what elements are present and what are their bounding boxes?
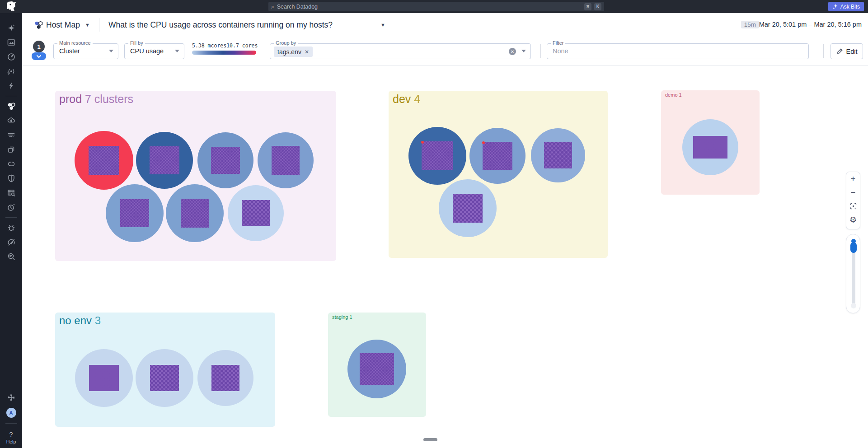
apm-icon[interactable] bbox=[0, 79, 22, 93]
ask-bits-label: Ask Bits bbox=[840, 4, 860, 10]
search-placeholder: Search Datadog bbox=[277, 4, 582, 10]
horizontal-scrollbar[interactable] bbox=[423, 438, 437, 441]
cluster-circle[interactable] bbox=[136, 349, 193, 407]
container-hexagon-block[interactable] bbox=[211, 147, 240, 174]
container-hexagon-block[interactable] bbox=[272, 146, 300, 175]
container-hexagon-block[interactable] bbox=[120, 199, 149, 227]
cluster-circle[interactable] bbox=[469, 128, 525, 184]
service-level-objectives-icon[interactable] bbox=[0, 235, 22, 249]
container-hexagon-block[interactable] bbox=[150, 365, 179, 391]
sidebar-divider bbox=[5, 96, 17, 96]
cluster-circle[interactable] bbox=[136, 132, 193, 189]
slider-thumb[interactable] bbox=[850, 242, 857, 253]
container-hexagon-block[interactable] bbox=[242, 200, 270, 226]
cluster-circle[interactable] bbox=[347, 340, 406, 398]
sidebar-bottom: A ? Help bbox=[0, 390, 22, 448]
help-label[interactable]: Help bbox=[6, 439, 16, 444]
zoom-in-button[interactable]: + bbox=[846, 172, 860, 186]
cluster-circle[interactable] bbox=[75, 349, 133, 407]
sparkle-icon bbox=[832, 4, 838, 9]
left-nav-sidebar bbox=[0, 13, 22, 448]
datadog-logo-icon[interactable] bbox=[5, 1, 18, 13]
monitors-icon[interactable] bbox=[0, 50, 22, 64]
container-hexagon-block[interactable] bbox=[211, 365, 239, 391]
cluster-circle[interactable] bbox=[439, 179, 497, 237]
log-pipelines-icon[interactable] bbox=[0, 128, 22, 142]
k-keycap: K bbox=[594, 3, 601, 10]
user-avatar[interactable]: A bbox=[6, 408, 16, 418]
container-hexagon-block[interactable] bbox=[181, 199, 209, 228]
map-zoom-slider bbox=[846, 234, 860, 313]
env-group-title: no env 3 bbox=[59, 314, 101, 327]
api-management-icon[interactable] bbox=[0, 157, 22, 171]
watchdog-icon[interactable] bbox=[0, 64, 22, 79]
map-zoom-panel: + − ⚙ bbox=[846, 172, 860, 229]
security-icon[interactable] bbox=[0, 171, 22, 186]
cluster-circle[interactable] bbox=[408, 127, 466, 185]
audit-trail-icon[interactable] bbox=[0, 186, 22, 200]
hostmap-canvas[interactable]: prod 7 clustersdev 4demo 1no env 3stagin… bbox=[0, 0, 868, 448]
help-question-icon[interactable]: ? bbox=[9, 431, 13, 438]
integrations-puzzle-icon[interactable] bbox=[0, 390, 22, 404]
sidebar-divider bbox=[5, 217, 17, 218]
container-hexagon-block[interactable] bbox=[150, 146, 179, 174]
cluster-circle[interactable] bbox=[197, 350, 253, 406]
bits-ai-icon[interactable] bbox=[0, 21, 22, 35]
ask-bits-button[interactable]: Ask Bits bbox=[828, 2, 864, 11]
fit-to-screen-button[interactable] bbox=[846, 199, 860, 213]
sidebar-divider bbox=[5, 423, 17, 424]
cluster-circle[interactable] bbox=[228, 185, 284, 241]
container-hexagon-block[interactable] bbox=[360, 353, 394, 385]
software-catalog-icon[interactable] bbox=[0, 142, 22, 157]
search-input[interactable]: ⌕ Search Datadog ⌘ K bbox=[268, 2, 604, 11]
metrics-icon[interactable] bbox=[0, 35, 22, 50]
cluster-circle[interactable] bbox=[531, 128, 585, 182]
container-hexagon-block[interactable] bbox=[89, 146, 119, 175]
container-hexagon-block[interactable] bbox=[422, 141, 453, 170]
cloud-cost-icon[interactable] bbox=[0, 113, 22, 128]
search-icon: ⌕ bbox=[271, 4, 274, 10]
gear-icon[interactable]: ⚙ bbox=[846, 213, 860, 227]
log-explorer-icon[interactable] bbox=[0, 249, 22, 264]
cmd-keycap: ⌘ bbox=[584, 3, 591, 10]
container-hexagon-block[interactable] bbox=[89, 365, 119, 391]
env-group-title: prod 7 clusters bbox=[59, 93, 133, 106]
cluster-circle[interactable] bbox=[75, 131, 133, 190]
metrics-explorer-icon[interactable] bbox=[0, 200, 22, 215]
cluster-circle[interactable] bbox=[106, 184, 164, 242]
container-hexagon-block[interactable] bbox=[544, 142, 572, 168]
container-hexagon-block[interactable] bbox=[483, 142, 512, 170]
cluster-circle[interactable] bbox=[197, 132, 253, 188]
env-group-title: staging 1 bbox=[332, 314, 352, 320]
cluster-circle[interactable] bbox=[258, 132, 314, 188]
slider-end-dot bbox=[851, 303, 856, 308]
env-group-title: dev 4 bbox=[393, 93, 420, 106]
container-hexagon-block[interactable] bbox=[453, 194, 483, 223]
infrastructure-icon[interactable] bbox=[0, 99, 22, 113]
container-hexagon-block[interactable] bbox=[693, 136, 727, 159]
env-group-title: demo 1 bbox=[665, 92, 682, 98]
cluster-circle[interactable] bbox=[166, 184, 224, 242]
cluster-circle[interactable] bbox=[682, 119, 738, 175]
zoom-out-button[interactable]: − bbox=[846, 186, 860, 199]
top-bar: ⌕ Search Datadog ⌘ K Ask Bits bbox=[0, 0, 868, 13]
error-tracking-icon[interactable] bbox=[0, 220, 22, 235]
